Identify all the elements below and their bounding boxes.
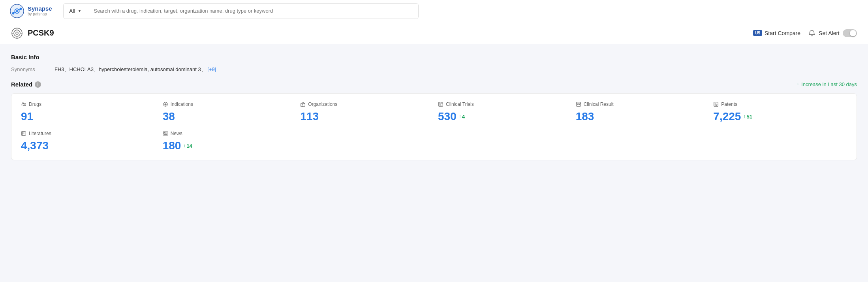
clinical-result-label-text: Clinical Result xyxy=(584,102,614,107)
search-input[interactable] xyxy=(87,4,418,19)
svg-point-9 xyxy=(16,32,18,34)
increase-label-text: Increase in Last 30 days xyxy=(801,81,857,87)
indications-value-row: 38 xyxy=(163,110,293,123)
clinical-trials-increase: ↑ 4 xyxy=(459,114,465,120)
stat-organizations: Organizations 113 xyxy=(296,102,434,123)
stat-patents: Patents 7,225 ↑ 51 xyxy=(709,102,847,123)
news-value-row: 180 ↑ 14 xyxy=(163,139,293,152)
indications-value[interactable]: 38 xyxy=(163,110,175,123)
news-label-text: News xyxy=(171,131,182,136)
stat-news-label: News xyxy=(163,131,293,136)
stat-clinical-trials: Clinical Trials 530 ↑ 4 xyxy=(434,102,572,123)
drugs-icon xyxy=(21,102,26,107)
synapse-logo-icon xyxy=(9,4,24,19)
patents-label-text: Patents xyxy=(721,102,737,107)
compare-icon: U5 xyxy=(753,30,762,36)
svg-point-2 xyxy=(16,10,18,12)
clinical-result-icon xyxy=(576,102,581,107)
set-alert-area: Set Alert xyxy=(808,29,857,37)
organizations-value-row: 113 xyxy=(300,110,430,123)
literatures-label-text: Literatures xyxy=(29,131,51,136)
search-type-dropdown[interactable]: All ▼ xyxy=(64,4,87,19)
stat-clinical-result: Clinical Result 183 xyxy=(572,102,710,123)
increase-label-area: ↑ Increase in Last 30 days xyxy=(797,81,857,88)
clinical-trials-value[interactable]: 530 xyxy=(438,110,457,123)
indications-icon xyxy=(163,102,168,107)
chevron-down-icon: ▼ xyxy=(78,9,82,13)
synonyms-text: FH3、HCHOLA3、hypercholesterolemia, autoso… xyxy=(54,66,206,72)
synonyms-more-link[interactable]: [+9] xyxy=(207,66,216,72)
patents-increase: ↑ 51 xyxy=(743,114,752,120)
related-card: Drugs 91 Indications xyxy=(11,93,857,160)
patents-up-arrow: ↑ xyxy=(743,114,746,119)
news-value[interactable]: 180 xyxy=(163,139,181,152)
increase-arrow-icon: ↑ xyxy=(797,81,799,88)
start-compare-label: Start Compare xyxy=(765,30,800,36)
page-title: PCSK9 xyxy=(28,28,54,38)
clinical-result-value[interactable]: 183 xyxy=(576,110,594,123)
patents-icon xyxy=(713,102,719,107)
organizations-icon xyxy=(300,102,306,107)
logo-by-label: by patsnap xyxy=(28,12,52,16)
logo-text: Synapse by patsnap xyxy=(28,6,52,17)
page-title-left: PCSK9 xyxy=(11,27,54,39)
clinical-trials-icon xyxy=(438,102,443,107)
svg-rect-40 xyxy=(717,105,718,107)
drugs-label-text: Drugs xyxy=(29,102,41,107)
page-title-actions: U5 Start Compare Set Alert xyxy=(753,29,857,37)
news-increase: ↑ 14 xyxy=(183,143,192,149)
literatures-value[interactable]: 4,373 xyxy=(21,139,49,152)
set-alert-toggle[interactable] xyxy=(843,29,857,37)
page-title-bar: PCSK9 U5 Start Compare Set Alert xyxy=(0,22,868,44)
news-up-arrow: ↑ xyxy=(183,143,186,149)
synonyms-value: FH3、HCHOLA3、hypercholesterolemia, autoso… xyxy=(54,66,216,73)
toggle-knob xyxy=(850,30,856,36)
stat-news: News 180 ↑ 14 xyxy=(159,131,297,152)
basic-info-title: Basic Info xyxy=(11,54,857,60)
indications-label-text: Indications xyxy=(171,102,193,107)
svg-point-8 xyxy=(14,30,20,36)
logo-area: Synapse by patsnap xyxy=(9,4,57,19)
start-compare-button[interactable]: U5 Start Compare xyxy=(753,30,800,36)
stat-literatures-label: Literatures xyxy=(21,131,155,136)
news-increase-value: 14 xyxy=(186,143,192,149)
clinical-trials-up-arrow: ↑ xyxy=(459,114,461,119)
related-header: Related i ↑ Increase in Last 30 days xyxy=(11,81,857,88)
logo-synapse-label: Synapse xyxy=(28,6,52,12)
stat-organizations-label: Organizations xyxy=(300,102,430,107)
bell-icon xyxy=(808,30,815,37)
organizations-value[interactable]: 113 xyxy=(300,110,319,123)
stat-clinical-trials-label: Clinical Trials xyxy=(438,102,568,107)
related-stats-row1: Drugs 91 Indications xyxy=(21,102,847,123)
svg-rect-46 xyxy=(163,132,165,134)
search-type-label: All xyxy=(69,8,75,14)
drugs-value-row: 91 xyxy=(21,110,155,123)
search-container: All ▼ xyxy=(63,3,419,19)
stat-indications: Indications 38 xyxy=(159,102,297,123)
related-stats-row2: Literatures 4,373 News xyxy=(21,131,847,152)
stat-drugs-label: Drugs xyxy=(21,102,155,107)
patents-increase-value: 51 xyxy=(746,114,752,120)
related-title: Related xyxy=(11,81,32,88)
target-icon xyxy=(11,27,23,39)
patents-value-row: 7,225 ↑ 51 xyxy=(713,110,843,123)
literatures-value-row: 4,373 xyxy=(21,139,155,152)
svg-point-4 xyxy=(12,12,15,14)
stat-clinical-result-label: Clinical Result xyxy=(576,102,706,107)
stat-patents-label: Patents xyxy=(713,102,843,107)
set-alert-label: Set Alert xyxy=(819,30,840,36)
clinical-trials-label-text: Clinical Trials xyxy=(446,102,474,107)
main-content: Basic Info Synonyms FH3、HCHOLA3、hypercho… xyxy=(0,44,868,170)
stat-drugs: Drugs 91 xyxy=(21,102,159,123)
header: Synapse by patsnap All ▼ xyxy=(0,0,868,22)
info-icon[interactable]: i xyxy=(35,81,41,88)
clinical-trials-value-row: 530 ↑ 4 xyxy=(438,110,568,123)
drugs-value[interactable]: 91 xyxy=(21,110,33,123)
patents-value[interactable]: 7,225 xyxy=(713,110,741,123)
stat-indications-label: Indications xyxy=(163,102,293,107)
svg-point-3 xyxy=(20,8,22,10)
organizations-label-text: Organizations xyxy=(308,102,337,107)
synonyms-row: Synonyms FH3、HCHOLA3、hypercholesterolemi… xyxy=(11,66,857,73)
synonyms-label: Synonyms xyxy=(11,66,47,72)
clinical-trials-increase-value: 4 xyxy=(462,114,465,120)
